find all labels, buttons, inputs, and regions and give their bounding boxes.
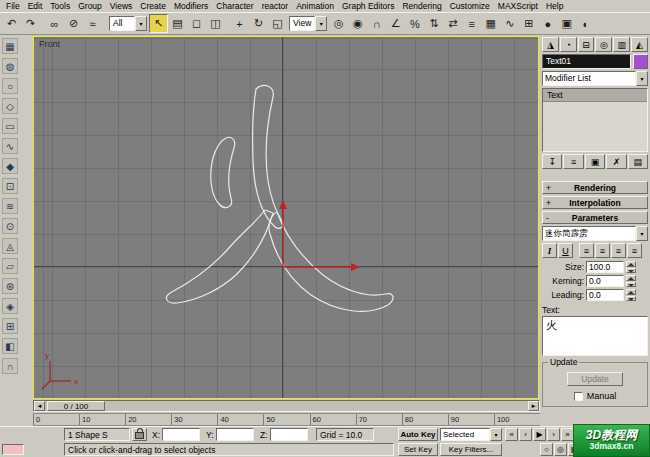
reactor-tool-4-icon[interactable]: ◇ xyxy=(2,98,18,114)
align-center-button[interactable]: ≡ xyxy=(595,243,610,258)
key-filters-button[interactable]: Key Filters... xyxy=(440,443,502,456)
rollout-parameters[interactable]: - Parameters xyxy=(542,211,648,224)
menu-file[interactable]: File xyxy=(2,1,24,11)
redo-icon[interactable]: ↷ xyxy=(21,14,40,33)
reactor-tool-13-icon[interactable]: ⊛ xyxy=(2,278,18,294)
leading-field[interactable]: 0.0 xyxy=(586,289,624,301)
select-and-link-icon[interactable]: ∞ xyxy=(45,14,64,33)
align-icon[interactable]: ≡ xyxy=(462,14,481,33)
size-field[interactable]: 100.0 xyxy=(586,261,624,273)
menu-modifiers[interactable]: Modifiers xyxy=(170,1,212,11)
time-slider[interactable]: ◂ 0 / 100 ▸ xyxy=(33,400,540,412)
reactor-tool-7-icon[interactable]: ◆ xyxy=(2,158,18,174)
viewport-label[interactable]: Front xyxy=(39,39,60,49)
rollout-toggle-icon[interactable]: + xyxy=(546,198,551,208)
reactor-tool-15-icon[interactable]: ⊞ xyxy=(2,318,18,334)
italic-button[interactable]: I xyxy=(542,243,557,258)
select-and-scale-icon[interactable]: ◱ xyxy=(268,14,287,33)
rollout-interpolation[interactable]: + Interpolation xyxy=(542,196,648,209)
select-by-name-icon[interactable]: ▤ xyxy=(168,14,187,33)
rollout-rendering[interactable]: + Rendering xyxy=(542,181,648,194)
reactor-tool-5-icon[interactable]: ▭ xyxy=(2,118,18,134)
layer-manager-icon[interactable]: ▦ xyxy=(481,14,500,33)
menu-graph-editors[interactable]: Graph Editors xyxy=(338,1,398,11)
x-coordinate-field[interactable] xyxy=(162,428,200,441)
modifier-list-dropdown[interactable]: Modifier List ▾ xyxy=(542,71,648,86)
select-and-rotate-icon[interactable]: ↻ xyxy=(249,14,268,33)
material-editor-icon[interactable]: ● xyxy=(538,14,557,33)
update-button[interactable]: Update xyxy=(567,372,623,386)
spinner-snap-toggle-icon[interactable]: ⇅ xyxy=(424,14,443,33)
object-name-field[interactable]: Text01 xyxy=(542,54,631,69)
play-icon[interactable]: ▶ xyxy=(533,428,546,441)
utilities-tab[interactable]: ◭ xyxy=(631,37,648,52)
angle-snap-toggle-icon[interactable]: ∠ xyxy=(386,14,405,33)
pin-stack-icon[interactable]: ↧ xyxy=(542,154,562,169)
reactor-tool-9-icon[interactable]: ≋ xyxy=(2,198,18,214)
mirror-icon[interactable]: ⇄ xyxy=(443,14,462,33)
spinner[interactable] xyxy=(626,275,636,287)
unlink-selection-icon[interactable]: ⊘ xyxy=(64,14,83,33)
chevron-down-icon[interactable]: ▾ xyxy=(636,226,648,241)
font-dropdown[interactable]: 迷你简霹雳 ▾ xyxy=(542,226,648,241)
go-to-start-icon[interactable]: « xyxy=(505,428,518,441)
window-crossing-toggle-icon[interactable]: ◫ xyxy=(206,14,225,33)
select-object-icon[interactable]: ↖ xyxy=(149,14,168,33)
select-and-move-icon[interactable]: + xyxy=(230,14,249,33)
macro-recorder-field[interactable] xyxy=(2,444,24,455)
menu-customize[interactable]: Customize xyxy=(446,1,494,11)
key-selection-dropdown[interactable]: Selected ▾ xyxy=(440,428,502,441)
zoom-all-icon[interactable]: ◎ xyxy=(554,443,567,456)
menu-character[interactable]: Character xyxy=(212,1,257,11)
auto-key-button[interactable]: Auto Key xyxy=(398,428,438,441)
text-spline-outline[interactable] xyxy=(211,137,235,207)
render-scene-icon[interactable]: ▣ xyxy=(557,14,576,33)
reactor-tool-14-icon[interactable]: ◈ xyxy=(2,298,18,314)
text-spline-outline[interactable] xyxy=(253,86,284,229)
spinner[interactable] xyxy=(626,289,636,301)
chevron-down-icon[interactable]: ▾ xyxy=(636,71,648,86)
reactor-tool-3-icon[interactable]: ○ xyxy=(2,78,18,94)
rollout-toggle-icon[interactable]: + xyxy=(546,183,551,193)
spinner[interactable] xyxy=(626,261,636,273)
reactor-tool-10-icon[interactable]: ⊙ xyxy=(2,218,18,234)
percent-snap-toggle-icon[interactable]: % xyxy=(405,14,424,33)
menu-tools[interactable]: Tools xyxy=(46,1,74,11)
chevron-down-icon[interactable]: ▾ xyxy=(135,16,147,31)
reactor-tool-2-icon[interactable]: ◍ xyxy=(2,58,18,74)
selection-lock-toggle[interactable] xyxy=(132,428,147,441)
time-slider-right-arrow-icon[interactable]: ▸ xyxy=(528,401,539,411)
reactor-tool-1-icon[interactable]: ▦ xyxy=(2,38,18,54)
chevron-down-icon[interactable]: ▾ xyxy=(490,428,502,441)
align-right-button[interactable]: ≡ xyxy=(611,243,626,258)
menu-animation[interactable]: Animation xyxy=(292,1,338,11)
use-pivot-point-center-icon[interactable]: ◎ xyxy=(329,14,348,33)
show-end-result-icon[interactable]: ≡ xyxy=(563,154,583,169)
stack-item-text[interactable]: Text xyxy=(543,89,647,102)
menu-rendering[interactable]: Rendering xyxy=(398,1,445,11)
menu-maxscript[interactable]: MAXScript xyxy=(494,1,542,11)
modify-tab[interactable]: ◔ xyxy=(560,37,577,52)
create-tab[interactable]: ◮ xyxy=(542,37,559,52)
move-gizmo[interactable] xyxy=(279,200,360,271)
zoom-icon[interactable]: ○ xyxy=(540,443,553,456)
curve-editor-icon[interactable]: ∿ xyxy=(500,14,519,33)
rectangular-selection-region-icon[interactable]: ◻ xyxy=(187,14,206,33)
reference-coordinate-dropdown[interactable]: View ▾ xyxy=(289,16,327,31)
text-spline-object[interactable] xyxy=(166,86,393,312)
remove-modifier-icon[interactable]: ✗ xyxy=(606,154,626,169)
motion-tab[interactable]: ◎ xyxy=(595,37,612,52)
modifier-stack[interactable]: Text xyxy=(542,88,648,152)
viewport-front[interactable]: y x Front xyxy=(33,36,539,399)
time-slider-handle[interactable]: 0 / 100 xyxy=(47,401,105,411)
set-key-button[interactable]: Set Key xyxy=(398,443,438,456)
reactor-tool-6-icon[interactable]: ∿ xyxy=(2,138,18,154)
y-coordinate-field[interactable] xyxy=(216,428,254,441)
snap-toggle-icon[interactable]: ∩ xyxy=(367,14,386,33)
reactor-tool-11-icon[interactable]: ◬ xyxy=(2,238,18,254)
menu-reactor[interactable]: reactor xyxy=(258,1,292,11)
reactor-tool-16-icon[interactable]: ◧ xyxy=(2,338,18,354)
reactor-tool-8-icon[interactable]: ⊡ xyxy=(2,178,18,194)
text-input-area[interactable]: 火 xyxy=(542,316,648,356)
chevron-down-icon[interactable]: ▾ xyxy=(315,16,327,31)
